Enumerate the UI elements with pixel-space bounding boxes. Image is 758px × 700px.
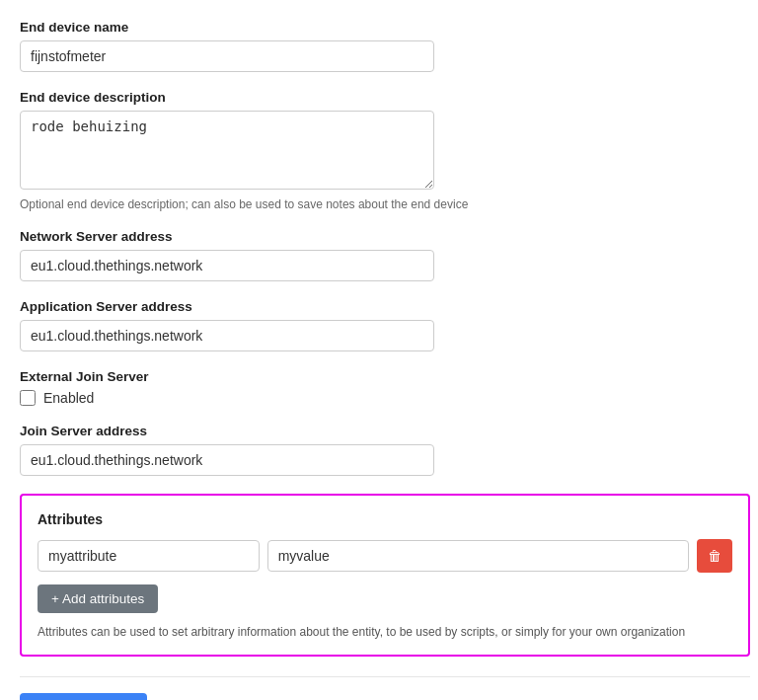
end-device-name-group: End device name bbox=[20, 20, 738, 72]
footer-bar: Save changes 🗑 Delete end device bbox=[20, 676, 750, 700]
delete-attribute-button[interactable]: 🗑 bbox=[697, 539, 732, 573]
save-changes-button[interactable]: Save changes bbox=[20, 693, 147, 700]
network-server-address-label: Network Server address bbox=[20, 229, 738, 244]
add-attributes-label: + Add attributes bbox=[51, 591, 144, 606]
attribute-value-input[interactable] bbox=[267, 540, 689, 572]
join-server-address-input[interactable] bbox=[20, 444, 434, 476]
network-server-address-group: Network Server address bbox=[20, 229, 738, 281]
end-device-description-group: End device description Optional end devi… bbox=[20, 90, 738, 211]
end-device-description-hint: Optional end device description; can als… bbox=[20, 197, 738, 211]
page-container: End device name End device description O… bbox=[0, 0, 758, 700]
attributes-hint: Attributes can be used to set arbitrary … bbox=[38, 625, 732, 639]
attributes-title: Attributes bbox=[38, 511, 732, 527]
end-device-name-label: End device name bbox=[20, 20, 738, 35]
external-join-server-label: External Join Server bbox=[20, 369, 738, 384]
attribute-key-input[interactable] bbox=[38, 540, 260, 572]
application-server-address-label: Application Server address bbox=[20, 299, 738, 314]
trash-icon: 🗑 bbox=[708, 548, 721, 564]
end-device-description-label: End device description bbox=[20, 90, 738, 105]
attributes-row: 🗑 bbox=[38, 539, 732, 573]
enabled-checkbox-label: Enabled bbox=[43, 390, 94, 406]
application-server-address-input[interactable] bbox=[20, 320, 434, 351]
external-join-server-group: External Join Server Enabled bbox=[20, 369, 738, 406]
enabled-checkbox[interactable] bbox=[20, 390, 36, 406]
join-server-address-group: Join Server address bbox=[20, 424, 738, 476]
attributes-section: Attributes 🗑 + Add attributes Attributes… bbox=[20, 494, 750, 657]
network-server-address-input[interactable] bbox=[20, 250, 434, 281]
delete-end-device-button[interactable]: 🗑 Delete end device bbox=[612, 696, 750, 700]
add-attributes-button[interactable]: + Add attributes bbox=[38, 584, 158, 613]
enabled-checkbox-group: Enabled bbox=[20, 390, 738, 406]
end-device-name-input[interactable] bbox=[20, 40, 434, 72]
join-server-address-label: Join Server address bbox=[20, 424, 738, 438]
application-server-address-group: Application Server address bbox=[20, 299, 738, 351]
end-device-description-textarea[interactable] bbox=[20, 111, 434, 190]
